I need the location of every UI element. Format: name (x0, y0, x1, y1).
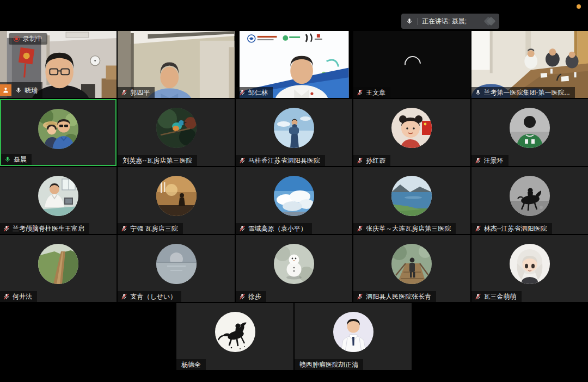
avatar (391, 108, 432, 148)
tile-ning-qiang[interactable]: 宁强 瓦房店三院 (118, 167, 234, 234)
tile-nie-chen[interactable]: 聂晨 (0, 99, 117, 166)
participant-name: 徐步 (248, 293, 261, 300)
participant-name: 赣西肿瘤医院胡正清 (299, 361, 358, 368)
name-tag: 杨德全 (176, 359, 206, 370)
tile-hu-zhengqing[interactable]: 赣西肿瘤医院胡正清 (295, 303, 412, 370)
participant-name: 杨德全 (181, 361, 201, 368)
tile-he-jingfa[interactable]: 何井法 (0, 235, 117, 302)
avatar-calm-water-horizon (156, 244, 197, 284)
avatar-sunset-silhouette (156, 176, 197, 216)
avatar (215, 312, 255, 352)
tile-yang-dequan[interactable]: 杨德全 (176, 303, 293, 370)
mic-muted-icon (239, 293, 246, 300)
speaking-indicator-pill: 正在讲话: 聂晨; (401, 14, 499, 29)
video-grid-last-row: 杨德全 赣西肿瘤医院胡正清 (176, 303, 412, 370)
name-tag: 兰考第一医院集团-第一医院... (471, 87, 575, 98)
participant-name: 宁强 瓦房店三院 (130, 225, 177, 232)
avatar (333, 312, 373, 352)
avatar-person-green-jersey (510, 108, 550, 148)
person-icon (2, 87, 9, 94)
recording-badge: 录制中 (9, 33, 47, 45)
mic-on-icon (15, 87, 22, 94)
recording-label: 录制中 (23, 34, 42, 44)
name-tag: 宁强 瓦房店三院 (118, 223, 182, 234)
participant-name: 汪景环 (484, 157, 504, 164)
participant-name: 聂晨 (14, 156, 27, 163)
participant-name: 林杰--江苏省泗阳医院 (484, 225, 547, 232)
mic-on-icon (475, 89, 481, 96)
name-tag: 林杰--江苏省泗阳医院 (471, 223, 552, 234)
participant-name: 晓瑞 (24, 87, 38, 94)
avatar (274, 244, 314, 284)
avatar-person-on-wooden-bridge (391, 244, 432, 284)
loading-spinner (401, 52, 424, 75)
avatar (510, 176, 550, 216)
name-tag: 孙红霞 (353, 155, 390, 166)
tile-liu-yinghui[interactable]: 刘英惠--瓦房店第三医院 (118, 99, 234, 166)
tile-wa-san-jin-mengmeng[interactable]: 瓦三金萌萌 (471, 235, 588, 302)
participant-name: 瓦三金萌萌 (484, 293, 517, 300)
participant-name: 兰考第一医院集团-第一医院... (484, 89, 570, 96)
avatar (156, 108, 197, 148)
record-icon (14, 36, 20, 42)
name-tag: 徐步 (236, 291, 266, 302)
participant-name: 支青（しせい） (130, 293, 176, 300)
avatar-ink-painting-horse (215, 312, 255, 352)
avatar (38, 109, 78, 149)
participant-name: 孙红霞 (366, 157, 385, 164)
participant-name: 张庆革～大连瓦房店第三医院 (366, 225, 451, 232)
mic-muted-icon (239, 225, 246, 232)
tile-ma-guixiang[interactable]: 马桂香江苏省泗阳县医院 (236, 99, 352, 166)
name-tag: 邹仁林 (236, 87, 273, 98)
avatar (391, 244, 432, 284)
name-tag: 雪域高原（袁小平） (236, 223, 312, 234)
avatar-bird-on-branch (156, 108, 197, 148)
name-tag: 赣西肿瘤医院胡正清 (295, 359, 363, 370)
tile-guo-siping[interactable]: 郭四平 (118, 31, 234, 98)
tile-zhang-qingge[interactable]: 张庆革～大连瓦房店第三医院 (353, 167, 470, 234)
mic-muted-icon (3, 293, 10, 300)
tile-zhi-qing[interactable]: 支青（しせい） (118, 235, 234, 302)
avatar-toddler-girl (391, 108, 432, 148)
name-tag: 张庆革～大连瓦房店第三医院 (353, 223, 456, 234)
avatar-mountain-lake (391, 176, 432, 216)
tile-lankao-hospital[interactable]: 兰考第一医院集团-第一医院... (471, 31, 588, 98)
avatar-person-by-blue-sea (274, 108, 314, 148)
mic-muted-icon (475, 293, 481, 300)
avatar (510, 244, 550, 284)
tile-zhang-changqing[interactable]: 泗阳县人民医院张长青 (353, 235, 470, 302)
name-tag: 瓦三金萌萌 (471, 291, 522, 302)
avatar-river-valley (38, 244, 78, 284)
mic-muted-icon (121, 225, 127, 232)
name-tag: 何井法 (0, 291, 37, 302)
avatar-blue-sky-clouds (274, 176, 314, 216)
tile-xueyu-gaoyuan[interactable]: 雪域高原（袁小平） (236, 167, 352, 234)
avatar (38, 176, 78, 216)
tile-zou-renlin[interactable]: 邹仁林 (236, 31, 352, 98)
name-tag: 汪景环 (471, 155, 509, 166)
participant-name: 邹仁林 (248, 89, 268, 96)
divider (417, 18, 418, 25)
name-tag: 晓瑞 (0, 82, 42, 98)
mic-muted-icon (121, 89, 127, 96)
tile-wang-wenzhang[interactable]: 王文章 (353, 31, 470, 98)
mic-muted-icon (121, 293, 127, 300)
avatar (510, 108, 550, 148)
speaking-indicator-text: 正在讲话: 聂晨; (422, 17, 467, 26)
mic-muted-icon (357, 157, 363, 164)
tile-wang-jinghuan[interactable]: 汪景环 (471, 99, 588, 166)
avatar (156, 176, 197, 216)
tile-lin-jie[interactable]: 林杰--江苏省泗阳医院 (471, 167, 588, 234)
meeting-watermark-logo (485, 18, 494, 24)
name-tag: 刘英惠--瓦房店第三医院 (118, 155, 197, 166)
tile-wang-fuqi[interactable]: 兰考颅脑脊柱医生王富启 (0, 167, 117, 234)
participant-name: 王文章 (366, 89, 385, 96)
avatar (156, 244, 197, 284)
participant-name: 何井法 (13, 293, 32, 300)
name-tag: 兰考颅脑脊柱医生王富启 (0, 223, 89, 234)
notification-dot (577, 4, 581, 9)
tile-xu-bu[interactable]: 徐步 (236, 235, 352, 302)
name-tag: 马桂香江苏省泗阳县医院 (236, 155, 325, 166)
avatar-doctor-portrait-white-coat (333, 312, 373, 352)
tile-sun-hongxia[interactable]: 孙红霞 (353, 99, 470, 166)
